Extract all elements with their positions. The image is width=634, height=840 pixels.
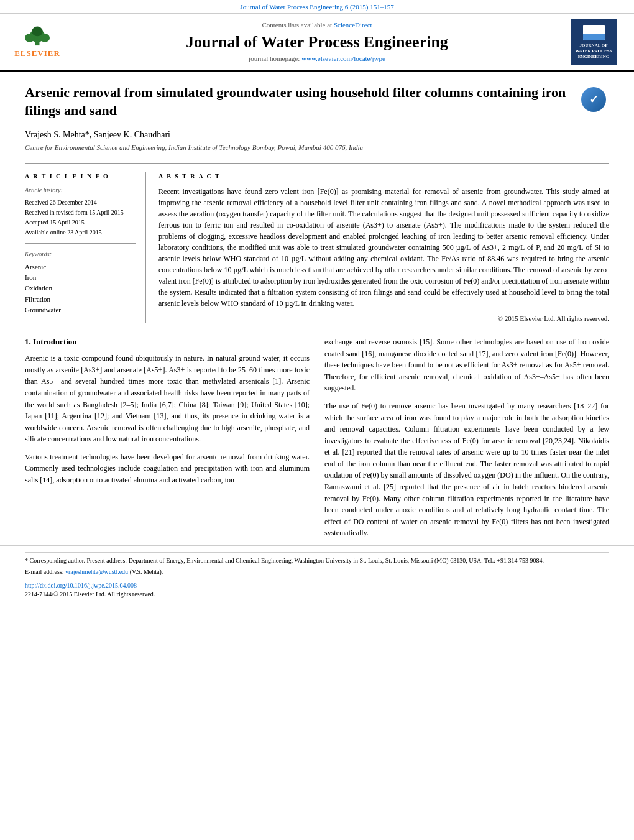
journal-homepage-line: journal homepage: www.elsevier.com/locat…	[75, 54, 559, 63]
intro-paragraph-4: The use of Fe(0) to remove arsenic has b…	[324, 400, 609, 539]
author-names: Vrajesh S. Mehta*, Sanjeev K. Chaudhari	[25, 130, 170, 139]
abstract-col: A B S T R A C T Recent investigations ha…	[158, 172, 609, 323]
elsevier-wordmark: ELSEVIER	[14, 48, 60, 59]
abstract-heading: A B S T R A C T	[158, 172, 609, 181]
jwpe-logo-text: JOURNAL OFWATER PROCESSENGINEERING	[575, 43, 612, 60]
authors-line: Vrajesh S. Mehta*, Sanjeev K. Chaudhari	[25, 129, 609, 141]
content-left-col: 1. Introduction Arsenic is a toxic compo…	[25, 336, 310, 545]
abstract-text: Recent investigations have found zero-va…	[158, 186, 609, 309]
elsevier-logo: ELSEVIER	[12, 25, 62, 59]
received-date: Received 26 December 2014	[25, 198, 136, 207]
corresponding-author-note: * Corresponding author. Present address:…	[25, 556, 609, 565]
keyword-4: Filtration	[25, 295, 136, 304]
email-link[interactable]: vrajeshmehta@wustl.edu	[65, 568, 128, 575]
footnotes-area: * Corresponding author. Present address:…	[0, 545, 634, 576]
journal-homepage-link[interactable]: www.elsevier.com/locate/jwpe	[301, 55, 385, 62]
accepted-date: Accepted 15 April 2015	[25, 218, 136, 227]
section-number: 1.	[25, 337, 31, 346]
title-section: Arsenic removal from simulated groundwat…	[25, 84, 609, 119]
email-line: E-mail address: vrajeshmehta@wustl.edu (…	[25, 568, 609, 576]
keyword-5: Groundwater	[25, 305, 136, 315]
email-attribution: (V.S. Mehta).	[130, 568, 163, 575]
jwpe-logo-icon	[583, 25, 605, 40]
section-title-text: Introduction	[33, 337, 77, 346]
article-area: Arsenic removal from simulated groundwat…	[0, 72, 634, 336]
keywords-section: Keywords: Arsenic Iron Oxidation Filtrat…	[25, 250, 136, 315]
intro-paragraph-1: Arsenic is a toxic compound found ubiqui…	[25, 353, 310, 445]
copyright-line: © 2015 Elsevier Ltd. All rights reserved…	[158, 314, 609, 323]
email-label: E-mail address:	[25, 568, 63, 575]
jwpe-logo-container: JOURNAL OFWATER PROCESSENGINEERING	[566, 19, 622, 65]
article-info-abstract: A R T I C L E I N F O Article history: R…	[25, 163, 609, 323]
doi-area: http://dx.doi.org/10.1016/j.jwpe.2015.04…	[0, 579, 634, 605]
svg-point-3	[25, 34, 35, 42]
jwpe-logo: JOURNAL OFWATER PROCESSENGINEERING	[571, 19, 617, 65]
section-1-title: 1. Introduction	[25, 336, 310, 348]
article-title: Arsenic removal from simulated groundwat…	[25, 84, 569, 119]
revised-date: Received in revised form 15 April 2015	[25, 208, 136, 217]
journal-title: Journal of Water Process Engineering	[75, 32, 559, 52]
article-info-col: A R T I C L E I N F O Article history: R…	[25, 172, 146, 323]
keywords-heading: Keywords:	[25, 250, 136, 259]
content-right-col: exchange and reverse osmosis [15]. Some …	[324, 336, 609, 545]
crossmark-icon: ✓	[581, 87, 606, 112]
affiliation-line: Centre for Environmental Science and Eng…	[25, 143, 609, 152]
crossmark-badge: ✓	[581, 87, 609, 115]
journal-citation: Journal of Water Process Engineering 6 (…	[240, 3, 393, 11]
keyword-2: Iron	[25, 273, 136, 282]
article-info-heading: A R T I C L E I N F O	[25, 172, 136, 181]
contents-available-line: Contents lists available at ScienceDirec…	[75, 21, 559, 30]
svg-point-5	[32, 27, 42, 37]
elsevier-tree-icon	[19, 25, 56, 47]
sciencedirect-link[interactable]: ScienceDirect	[334, 21, 372, 29]
intro-paragraph-3: exchange and reverse osmosis [15]. Some …	[324, 336, 609, 394]
issn-line: 2214-7144/© 2015 Elsevier Ltd. All right…	[25, 590, 609, 599]
keyword-1: Arsenic	[25, 262, 136, 272]
doi-link-line: http://dx.doi.org/10.1016/j.jwpe.2015.04…	[25, 581, 609, 590]
intro-paragraph-2: Various treatment technologies have been…	[25, 451, 310, 486]
doi-link[interactable]: http://dx.doi.org/10.1016/j.jwpe.2015.04…	[25, 582, 137, 589]
elsevier-logo-container: ELSEVIER	[12, 25, 68, 59]
online-date: Available online 23 April 2015	[25, 228, 136, 237]
page-header: ELSEVIER Contents lists available at Sci…	[0, 14, 634, 72]
svg-point-4	[40, 34, 50, 42]
keyword-3: Oxidation	[25, 284, 136, 293]
journal-header-center: Contents lists available at ScienceDirec…	[75, 21, 559, 64]
article-history-label: Article history:	[25, 186, 136, 195]
top-banner: Journal of Water Process Engineering 6 (…	[0, 0, 634, 14]
footnotes-divider	[25, 552, 609, 553]
main-content: 1. Introduction Arsenic is a toxic compo…	[0, 336, 634, 545]
info-divider	[25, 243, 136, 244]
